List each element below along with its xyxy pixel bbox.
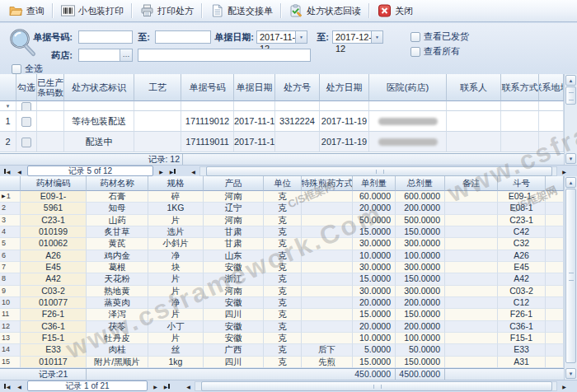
cell-name[interactable]: 山药 — [87, 215, 148, 226]
cell-total-dose[interactable]: 300.0000 — [396, 286, 445, 297]
table-row[interactable]: 2配送中1711190112017-11-192017-11-19 — [0, 132, 577, 152]
view-shipped-checkbox[interactable]: 查看已发货 — [410, 30, 469, 43]
cell-note[interactable] — [445, 286, 498, 297]
column-header-note[interactable]: 备注 — [445, 176, 498, 191]
cell-unit[interactable]: 克 — [264, 309, 302, 320]
cell-spec[interactable]: 片 — [148, 309, 204, 320]
cell-single-dose[interactable]: 30.0000 — [353, 238, 396, 250]
next-page-button[interactable]: ▶ — [156, 166, 167, 176]
filter-row[interactable]: ▼ — [0, 101, 577, 111]
cell-spec[interactable]: 片 — [148, 273, 204, 285]
cell-bin-no[interactable]: C03-2 — [498, 286, 546, 297]
cell-total-dose[interactable]: 100.0000 — [396, 250, 445, 262]
cell-decoct-method[interactable] — [302, 297, 353, 309]
cell-product[interactable]: 辽宁 — [204, 203, 264, 214]
prev-page-button[interactable]: ◀ — [14, 381, 25, 391]
cell-note[interactable] — [445, 321, 498, 333]
cell-status[interactable]: 等待包装配送 — [64, 111, 134, 132]
cell-code[interactable]: C23-1 — [21, 215, 87, 226]
cell-name[interactable]: 肉桂 — [87, 344, 148, 356]
filter-cell[interactable] — [447, 101, 501, 111]
cell-spec[interactable]: 1kg — [148, 357, 204, 368]
doc-no-to-input[interactable] — [155, 30, 211, 44]
column-header-process[interactable]: 工艺 — [134, 74, 181, 101]
cell-bin-no[interactable]: F26-1 — [498, 309, 546, 320]
cell-hospital[interactable] — [369, 111, 447, 132]
cell-code[interactable]: 5961 — [21, 203, 87, 214]
column-header-product[interactable]: 产品 — [204, 176, 264, 191]
hscrollbar-thumb[interactable] — [206, 166, 552, 176]
table-row[interactable]: 5010062黄芪小斜片甘肃克30.0000300.0000C32 — [0, 238, 577, 250]
lookup-ellipsis-button[interactable]: … — [120, 49, 132, 61]
column-header-spec[interactable]: 规格 — [148, 176, 204, 191]
row-checkbox[interactable] — [16, 132, 37, 152]
cell-code[interactable]: 010062 — [21, 238, 87, 250]
row-indicator[interactable]: 5 — [0, 238, 21, 250]
cell-unit[interactable]: 克 — [264, 226, 302, 238]
cell-decoct-method[interactable] — [302, 203, 353, 214]
column-header-bin-no[interactable]: 斗号 — [498, 176, 546, 191]
cell-decoct-method[interactable] — [302, 215, 353, 226]
cell-unit[interactable]: 克 — [264, 344, 302, 356]
cell-product[interactable]: 山东 — [204, 250, 264, 262]
cell-bin-no[interactable]: C12 — [498, 297, 546, 309]
cell-bin-no[interactable]: A31 — [498, 357, 546, 368]
cell-spec[interactable]: 丝 — [148, 344, 204, 356]
cell-code[interactable]: F15-1 — [21, 333, 87, 344]
table-row[interactable]: ▶1E09-1-石膏碎河南克60.0000600.0000E09-1- — [0, 191, 577, 203]
cell-note[interactable] — [445, 309, 498, 320]
cell-process[interactable] — [134, 111, 181, 132]
row-indicator[interactable]: 2 — [0, 203, 21, 214]
cell-code[interactable]: C36-1 — [21, 321, 87, 333]
cell-decoct-method[interactable] — [302, 273, 353, 285]
cell-name[interactable]: 蒸萸肉 — [87, 297, 148, 309]
cell-code[interactable]: A42 — [21, 273, 87, 285]
cell-name[interactable]: 石膏 — [87, 191, 148, 203]
cell-note[interactable] — [445, 191, 498, 203]
cell-single-dose[interactable]: 60.0000 — [353, 191, 396, 203]
cell-note[interactable] — [445, 333, 498, 344]
cell-product[interactable]: 安徽 — [204, 333, 264, 344]
cell-single-dose[interactable]: 20.0000 — [353, 297, 396, 309]
cell-note[interactable] — [445, 344, 498, 356]
column-header-rx-no[interactable]: 处方号 — [275, 74, 320, 101]
column-header-decoct-method[interactable]: 特殊煎药方式 — [302, 176, 353, 191]
row-indicator[interactable]: 14 — [0, 344, 21, 356]
cell-note[interactable] — [445, 203, 498, 214]
cell-note[interactable] — [445, 297, 498, 309]
filter-cell[interactable] — [275, 101, 320, 111]
scroll-left-icon[interactable]: ◀ — [183, 381, 194, 391]
last-page-button[interactable]: ▶ — [167, 166, 178, 176]
cell-name[interactable]: 知母 — [87, 203, 148, 214]
cell-note[interactable] — [445, 262, 498, 273]
small-package-print-button[interactable]: 小包装打印 — [55, 2, 129, 21]
cell-product[interactable]: 甘肃 — [204, 226, 264, 238]
row-indicator[interactable]: 8 — [0, 273, 21, 285]
cell-name[interactable]: 炙甘草 — [87, 226, 148, 238]
cell-decoct-method[interactable] — [302, 286, 353, 297]
cell-single-dose[interactable]: 15.0000 — [353, 226, 396, 238]
filter-cell[interactable] — [181, 101, 234, 111]
cell-decoct-method[interactable] — [302, 191, 353, 203]
date-to-picker[interactable]: 2017-12-12 ▼ — [332, 30, 383, 44]
cell-bin-no[interactable]: E08-1 — [498, 203, 546, 214]
row-checkbox[interactable] — [16, 111, 37, 132]
cell-code[interactable]: E09-1- — [21, 191, 87, 203]
cell-total-dose[interactable]: 200.0000 — [396, 203, 445, 214]
cell-decoct-method[interactable] — [302, 321, 353, 333]
cell-spec[interactable]: 片 — [148, 286, 204, 297]
cell-total-dose[interactable]: 300.0000 — [396, 262, 445, 273]
scroll-right-icon[interactable]: ▶ — [559, 381, 570, 391]
cell-spec[interactable]: 片 — [148, 333, 204, 344]
cell-single-dose[interactable]: 15.0000 — [353, 357, 396, 368]
cell-spec[interactable]: 碎 — [148, 191, 204, 203]
row-indicator[interactable]: 6 — [0, 250, 21, 262]
column-header-doc-no[interactable]: 单据号码 — [181, 74, 234, 101]
cell-total-dose[interactable]: 100.0000 — [396, 333, 445, 344]
cell-product[interactable]: 四川 — [204, 309, 264, 320]
store-code-input[interactable]: … — [78, 49, 133, 62]
filter-cell[interactable] — [539, 101, 564, 111]
lower-grid-vscrollbar[interactable]: ▲ ▼ — [564, 176, 577, 380]
cell-single-dose[interactable]: 15.0000 — [353, 309, 396, 320]
cell-note[interactable] — [445, 273, 498, 285]
